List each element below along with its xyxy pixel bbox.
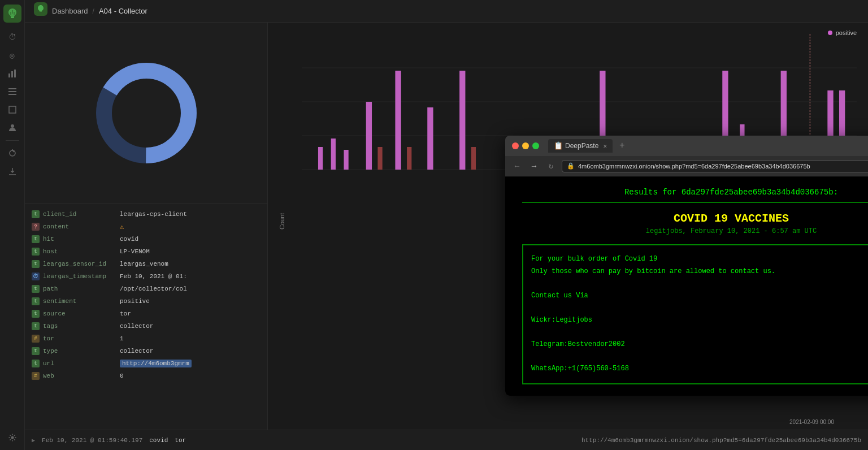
lock-icon: 🔒 [567, 162, 575, 170]
detail-key-tags: tags [43, 323, 116, 330]
detail-row-tor[interactable]: # tor 1 [25, 332, 267, 345]
svg-rect-6 [14, 70, 16, 77]
type-badge-q: ? [32, 223, 40, 231]
topbar: Dashboard / A04 - Collector [25, 0, 868, 23]
svg-point-12 [10, 150, 15, 156]
back-button[interactable]: ← [511, 162, 523, 171]
detail-row-url[interactable]: t url http://4m6omb3gmrm [25, 357, 267, 370]
donut-chart [90, 57, 203, 170]
date-label: 2021-02-09 00:00 [789, 419, 834, 425]
address-bar[interactable]: 🔒 4m6omb3gmrmnwzxi.onion/show.php?md5=6d… [562, 160, 868, 172]
svg-rect-29 [344, 150, 348, 170]
bottom-source: tor [175, 437, 186, 444]
detail-row-path[interactable]: t path /opt/collector/col [25, 283, 267, 295]
topbar-separator: / [93, 7, 94, 15]
sidebar-item-plug[interactable] [5, 145, 20, 161]
tab-close-icon[interactable]: ✕ [603, 142, 607, 150]
content-area: t client_id leargas-cps-client ? content… [25, 23, 868, 430]
svg-rect-7 [8, 88, 16, 89]
paste-line-empty2 [531, 302, 868, 314]
sidebar-item-user[interactable] [5, 120, 20, 136]
detail-key-hit: hit [43, 236, 116, 243]
paste-line-5: Telegram:Bestvendor2002 [531, 339, 868, 351]
topbar-dashboard: Dashboard [52, 7, 88, 15]
svg-rect-27 [318, 147, 323, 170]
detail-key-sensor: leargas_sensor_id [43, 261, 116, 267]
sidebar-item-box[interactable] [5, 102, 20, 118]
forward-button[interactable]: → [528, 162, 540, 171]
detail-value-content: ⚠ [120, 223, 124, 231]
new-tab-button[interactable]: + [619, 141, 625, 151]
browser-content: Results for 6da297fde25abee69b3a34b4d036… [505, 176, 868, 396]
sidebar-item-chart[interactable] [5, 66, 20, 81]
detail-row-sensor[interactable]: t leargas_sensor_id leargas_venom [25, 258, 267, 270]
detail-key-sentiment: sentiment [43, 298, 116, 305]
svg-point-11 [11, 124, 14, 128]
detail-value-hit: covid [120, 236, 138, 243]
detail-key-web: web [43, 373, 116, 379]
legend-dot [828, 31, 832, 35]
svg-rect-8 [8, 91, 16, 92]
sidebar-item-clock[interactable]: ⏱ [5, 29, 20, 45]
detail-value-url: http://4m6omb3gmrm [120, 360, 192, 367]
close-button[interactable] [512, 142, 519, 149]
type-badge-t8: t [32, 322, 40, 330]
paste-main-title: COVID 19 VACCINES [522, 212, 868, 225]
topbar-logo [34, 2, 47, 16]
svg-rect-34 [427, 107, 433, 170]
sidebar-item-list[interactable] [5, 84, 20, 99]
type-badge-t4: t [32, 260, 40, 268]
type-badge-t: t [32, 210, 40, 218]
y-axis-label: Count [279, 213, 285, 230]
paste-line-empty1 [531, 278, 868, 290]
app-logo[interactable] [3, 5, 21, 23]
legend-label: positive [836, 29, 857, 36]
svg-rect-0 [11, 17, 14, 18]
svg-rect-33 [407, 147, 411, 170]
detail-key-source: source [43, 310, 116, 317]
browser-tab-icon: 📋 [554, 141, 563, 150]
detail-row-timestamp[interactable]: ⏱ leargas_timestamp Feb 10, 2021 @ 01: [25, 270, 267, 283]
type-badge-t3: t [32, 248, 40, 256]
svg-rect-5 [11, 71, 13, 77]
detail-row-content[interactable]: ? content ⚠ [25, 220, 267, 233]
detail-value-client_id: leargas-cps-client [120, 211, 187, 218]
sidebar-item-gear[interactable] [5, 430, 20, 445]
detail-row-hit[interactable]: t hit covid [25, 233, 267, 245]
sidebar-item-download[interactable] [5, 163, 20, 179]
detail-row-sentiment[interactable]: t sentiment positive [25, 295, 267, 308]
svg-rect-36 [471, 147, 476, 170]
paste-line-2: Only those who can pay by bitcoin are al… [531, 266, 868, 278]
maximize-button[interactable] [532, 142, 539, 149]
detail-value-tags: collector [120, 323, 153, 330]
detail-row-type[interactable]: t type collector [25, 345, 267, 357]
sidebar-bottom [5, 430, 20, 450]
type-badge-clock: ⏱ [32, 272, 40, 280]
minimize-button[interactable] [522, 142, 529, 149]
detail-row-web[interactable]: # web 0 [25, 370, 267, 382]
svg-rect-30 [366, 102, 372, 170]
browser-tab-title: DeepPaste [565, 142, 598, 150]
paste-line-6: WhatsApp:+1(765)560-5168 [531, 363, 868, 375]
detail-row-tags[interactable]: t tags collector [25, 320, 267, 332]
warning-icon: ⚠ [120, 223, 124, 231]
detail-row-client_id[interactable]: t client_id leargas-cps-client [25, 208, 267, 220]
svg-rect-28 [331, 139, 336, 170]
browser-titlebar: 📋 DeepPaste ✕ + [505, 136, 868, 156]
paste-line-4: Wickr:Legitjobs [531, 314, 868, 327]
sidebar-item-check[interactable]: ◎ [5, 47, 20, 63]
type-badge-t5: t [32, 285, 40, 293]
paste-line-empty3 [531, 327, 868, 339]
bottom-hit: covid [149, 437, 168, 444]
topbar-page: A04 - Collector [99, 7, 147, 15]
type-badge-hash2: # [32, 372, 40, 380]
expand-icon[interactable]: ▶ [32, 437, 35, 444]
detail-row-source[interactable]: t source tor [25, 308, 267, 320]
detail-key-client_id: client_id [43, 211, 116, 218]
svg-rect-35 [459, 71, 465, 170]
address-text: 4m6omb3gmrmnwzxi.onion/show.php?md5=6da2… [578, 163, 868, 170]
detail-value-sensor: leargas_venom [120, 261, 168, 267]
detail-row-host[interactable]: t host LP-VENOM [25, 245, 267, 258]
svg-rect-31 [377, 147, 382, 170]
reload-button[interactable]: ↻ [545, 161, 557, 171]
